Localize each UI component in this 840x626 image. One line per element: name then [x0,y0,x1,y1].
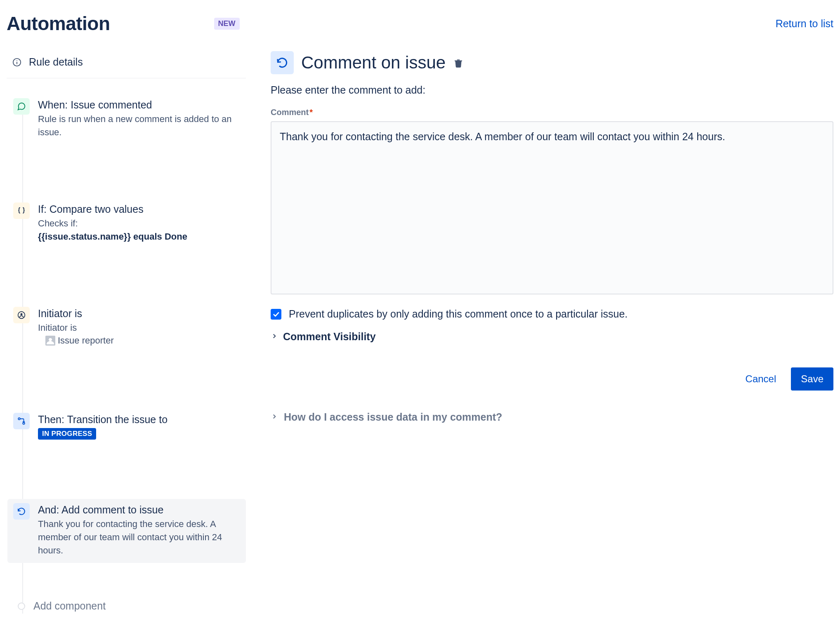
rule-timeline: When: Issue commented Rule is run when a… [7,94,246,618]
prevent-duplicates-row: Prevent duplicates by only adding this c… [271,308,833,320]
comment-textarea[interactable] [271,121,833,294]
help-label: How do I access issue data in my comment… [284,411,502,423]
info-icon [12,58,21,67]
main-subtitle: Please enter the comment to add: [271,84,833,96]
svg-point-5 [18,418,20,420]
refresh-icon [271,51,294,74]
comment-label-text: Comment [271,108,309,117]
step-desc: Thank you for contacting the service des… [38,518,240,557]
add-component-button[interactable]: Add component [7,596,246,618]
step-title: Then: Transition the issue to [38,414,240,426]
step-trigger-issue-commented[interactable]: When: Issue commented Rule is run when a… [7,94,246,145]
user-icon [13,307,30,323]
main-title: Comment on issue [301,53,446,73]
rule-details-button[interactable]: Rule details [7,51,246,78]
add-component-label: Add component [33,600,106,612]
prevent-duplicates-checkbox[interactable] [271,309,281,320]
step-title: Initiator is [38,308,240,320]
step-desc: Rule is run when a new comment is added … [38,113,240,139]
avatar-icon [45,336,55,346]
page-header: Automation NEW Return to list [7,8,833,35]
braces-icon [13,202,30,219]
return-to-list-link[interactable]: Return to list [776,18,833,30]
chevron-right-icon [271,413,278,421]
new-badge: NEW [214,18,240,30]
svg-rect-7 [455,60,462,61]
comment-visibility-toggle[interactable]: Comment Visibility [271,331,833,343]
comment-icon [13,98,30,115]
step-title: And: Add comment to issue [38,504,240,516]
refresh-icon [13,503,30,520]
step-desc-prefix: Initiator is [38,322,77,333]
page-title: Automation [7,12,110,35]
chevron-right-icon [271,332,278,341]
step-condition-initiator[interactable]: Initiator is Initiator is Issue reporter [7,303,246,355]
comment-field-label: Comment* [271,108,833,117]
rule-details-label: Rule details [29,56,83,68]
initiator-value: Issue reporter [58,334,114,347]
prevent-duplicates-label: Prevent duplicates by only adding this c… [289,308,628,320]
svg-point-2 [17,60,17,61]
step-desc: Checks if: {{issue.status.name}} equals … [38,217,240,243]
step-title: When: Issue commented [38,99,240,111]
step-action-transition-issue[interactable]: Then: Transition the issue to IN PROGRES… [7,409,246,445]
step-action-add-comment[interactable]: And: Add comment to issue Thank you for … [7,499,246,563]
step-desc-expression: {{issue.status.name}} equals Done [38,231,187,242]
help-disclosure[interactable]: How do I access issue data in my comment… [271,411,833,423]
required-asterisk: * [309,108,313,117]
delete-action-button[interactable] [453,56,464,70]
add-circle-icon [18,602,25,610]
header-left: Automation NEW [7,12,240,35]
main-panel: Comment on issue Please enter the commen… [271,51,833,618]
rule-sidebar: Rule details When: Issue commented Rule … [7,51,246,618]
transition-icon [13,413,30,429]
main-header: Comment on issue [271,51,833,74]
save-button[interactable]: Save [791,367,833,391]
svg-point-4 [21,313,23,315]
form-actions: Cancel Save [271,367,833,391]
step-condition-compare-values[interactable]: If: Compare two values Checks if: {{issu… [7,198,246,249]
step-desc-prefix: Checks if: [38,218,78,228]
step-desc: Initiator is Issue reporter [38,321,240,350]
status-lozenge: IN PROGRESS [38,428,96,440]
cancel-button[interactable]: Cancel [736,367,786,391]
step-title: If: Compare two values [38,203,240,215]
comment-visibility-label: Comment Visibility [283,331,376,343]
